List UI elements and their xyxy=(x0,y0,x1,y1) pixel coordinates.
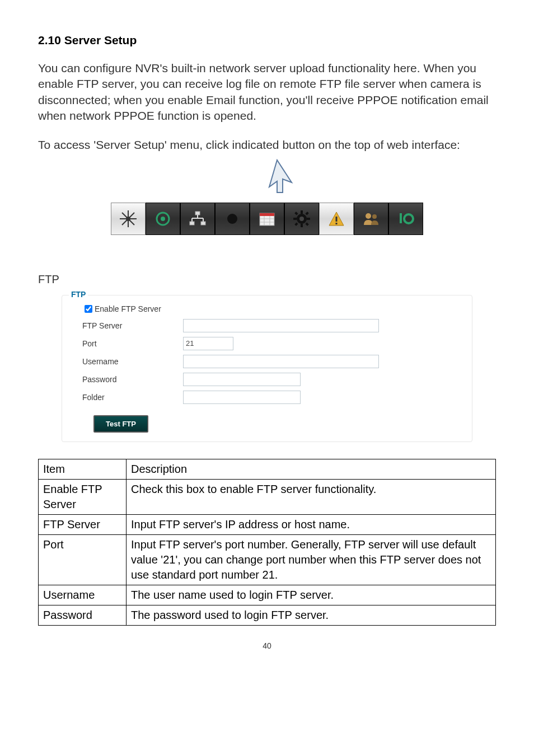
ftp-folder-input[interactable] xyxy=(183,391,301,404)
record-icon xyxy=(156,212,170,226)
table-row: FTP Server Input FTP server's IP address… xyxy=(39,514,496,534)
toolbar-button-io xyxy=(388,203,423,235)
page-number: 40 xyxy=(38,641,496,650)
enable-ftp-checkbox[interactable]: Enable FTP Server xyxy=(82,303,463,314)
svg-rect-33 xyxy=(336,223,338,224)
toolbar-button-server-setup xyxy=(284,203,319,235)
table-cell-desc: The user name used to login FTP server. xyxy=(127,585,496,605)
paragraph-instruction: To access 'Server Setup' menu, click ind… xyxy=(38,137,496,153)
svg-rect-25 xyxy=(293,218,297,220)
ftp-legend: FTP xyxy=(69,290,88,299)
svg-point-6 xyxy=(161,217,165,221)
gear-icon xyxy=(293,210,310,227)
ftp-fieldset: FTP Enable FTP Server FTP Server Port Us… xyxy=(62,295,472,442)
table-row: Enable FTP Server Check this box to enab… xyxy=(39,479,496,514)
test-ftp-button[interactable]: Test FTP xyxy=(93,415,148,433)
svg-rect-30 xyxy=(305,222,308,226)
table-cell-item: Username xyxy=(39,585,127,605)
ftp-password-input[interactable] xyxy=(183,373,301,386)
svg-point-22 xyxy=(299,217,304,221)
svg-point-35 xyxy=(372,214,377,219)
table-header-row: Item Description xyxy=(39,459,496,479)
svg-point-38 xyxy=(404,214,413,223)
table-row: Password The password used to login FTP … xyxy=(39,605,496,625)
table-header-item: Item xyxy=(39,459,127,479)
table-cell-desc: The password used to login FTP server. xyxy=(127,605,496,625)
svg-rect-16 xyxy=(260,213,274,216)
table-cell-item: Password xyxy=(39,605,127,625)
network-icon xyxy=(188,210,207,227)
svg-rect-8 xyxy=(190,222,194,225)
enable-ftp-checkbox-input[interactable] xyxy=(85,305,92,313)
ftp-folder-label: Folder xyxy=(82,393,183,402)
snowflake-icon xyxy=(119,209,138,228)
io-icon xyxy=(397,212,415,226)
table-cell-desc: Input FTP server's IP address or host na… xyxy=(127,514,496,534)
description-table: Item Description Enable FTP Server Check… xyxy=(38,459,496,626)
table-cell-desc: Input FTP server's port number. Generall… xyxy=(127,534,496,585)
toolbar-button-users xyxy=(354,203,388,235)
svg-rect-7 xyxy=(195,212,200,215)
schedule-icon xyxy=(259,211,275,227)
toolbar-button-record xyxy=(146,203,180,235)
ftp-username-input[interactable] xyxy=(183,355,379,368)
table-cell-item: Port xyxy=(39,534,127,585)
ftp-username-label: Username xyxy=(82,357,183,366)
svg-point-34 xyxy=(366,213,371,219)
svg-rect-36 xyxy=(400,214,402,223)
ftp-port-label: Port xyxy=(82,339,183,348)
ftp-subheading: FTP xyxy=(38,273,496,286)
enable-ftp-label: Enable FTP Server xyxy=(95,304,161,313)
circle-icon xyxy=(226,213,238,225)
toolbar-illustration xyxy=(38,167,496,240)
warning-icon xyxy=(328,211,345,227)
table-row: Username The user name used to login FTP… xyxy=(39,585,496,605)
svg-rect-27 xyxy=(294,212,298,215)
table-cell-desc: Check this box to enable FTP server func… xyxy=(127,479,496,514)
svg-rect-37 xyxy=(400,213,402,215)
ftp-password-label: Password xyxy=(82,375,183,384)
toolbar-button-star xyxy=(111,203,146,235)
svg-marker-39 xyxy=(269,160,292,192)
table-row: Port Input FTP server's port number. Gen… xyxy=(39,534,496,585)
section-heading: 2.10 Server Setup xyxy=(38,34,496,47)
svg-rect-23 xyxy=(301,210,303,214)
paragraph-intro: You can configure NVR's built-in network… xyxy=(38,60,496,124)
svg-rect-26 xyxy=(307,218,310,220)
svg-point-14 xyxy=(227,214,237,224)
table-cell-item: Enable FTP Server xyxy=(39,479,127,514)
toolbar-button-warning xyxy=(319,203,354,235)
svg-rect-24 xyxy=(301,224,303,227)
table-cell-item: FTP Server xyxy=(39,514,127,534)
svg-rect-28 xyxy=(305,212,308,215)
ftp-server-label: FTP Server xyxy=(82,321,183,330)
users-icon xyxy=(362,212,380,226)
ftp-server-input[interactable] xyxy=(183,319,379,332)
toolbar-button-dot xyxy=(215,203,250,235)
svg-rect-29 xyxy=(294,222,298,226)
svg-rect-32 xyxy=(336,217,338,222)
ftp-port-input[interactable] xyxy=(183,337,233,350)
table-header-desc: Description xyxy=(127,459,496,479)
toolbar-button-network xyxy=(180,203,215,235)
toolbar-button-calendar xyxy=(250,203,284,235)
svg-rect-9 xyxy=(201,222,205,225)
svg-point-4 xyxy=(127,217,130,220)
